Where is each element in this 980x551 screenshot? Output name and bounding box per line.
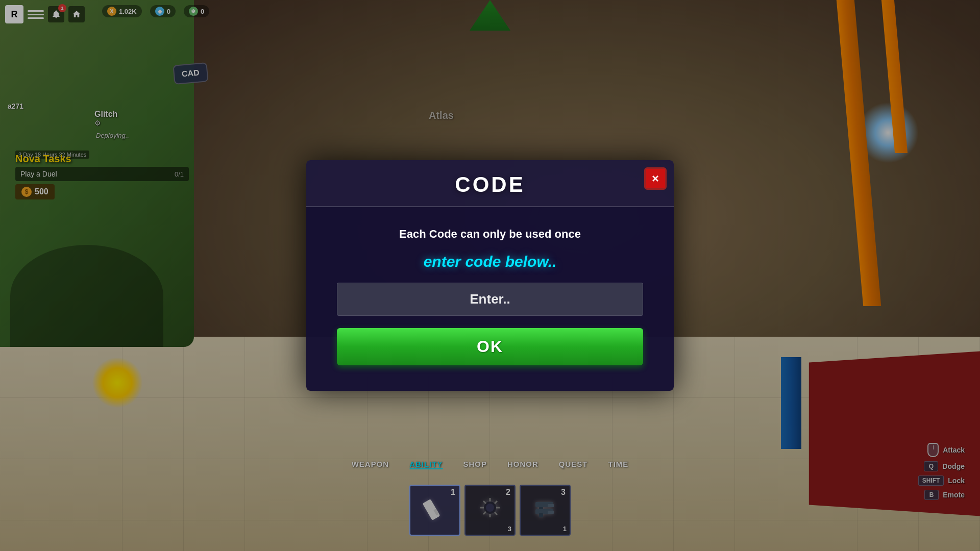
modal-body: Each Code can only be used once enter co… [306,207,674,391]
code-input[interactable] [337,283,643,316]
code-modal: × CODE Each Code can only be used once e… [306,160,674,391]
enter-code-label: enter code below.. [424,253,557,270]
modal-close-button[interactable]: × [644,167,667,190]
modal-header: CODE [306,160,674,207]
close-icon: × [652,172,659,185]
modal-overlay: × CODE Each Code can only be used once e… [0,0,980,551]
modal-subtitle: Each Code can only be used once [399,228,581,241]
ok-button[interactable]: OK [337,328,643,365]
modal-title: CODE [316,172,664,197]
